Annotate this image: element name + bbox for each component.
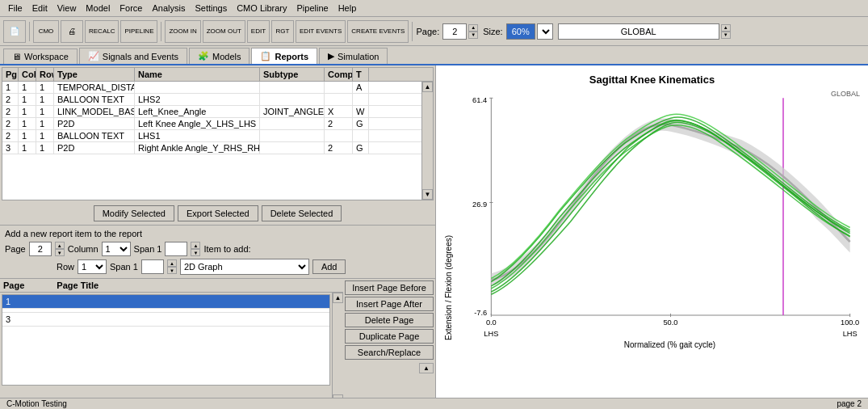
global-spinbox[interactable]: ▲ ▼ (721, 24, 731, 39)
add-row-1: Page ▲ ▼ Column 123 Span 1 ▲ ▼ Item to a… (5, 242, 430, 256)
toolbar-edit-events-btn[interactable]: EDIT EVENTS (296, 20, 346, 43)
span2-spinbox[interactable]: ▲ ▼ (167, 259, 177, 274)
footer: C-Motion Testing page 2 (0, 398, 868, 409)
table-row[interactable]: 3 1 1 P2D Right Ankle Angle_Y_RHS_RHS 2 … (2, 142, 421, 154)
span1-input[interactable] (165, 242, 187, 256)
pages-body: 1 3 (2, 294, 330, 386)
menu-edit[interactable]: Edit (27, 2, 52, 15)
menu-help[interactable]: Help (333, 2, 362, 15)
menu-pipeline[interactable]: Pipeline (292, 2, 333, 15)
page-add-spin-down[interactable]: ▼ (55, 249, 65, 256)
toolbar-recalc-btn[interactable]: RECALC (85, 20, 119, 43)
toolbar-print-btn[interactable]: 🖨 (61, 20, 83, 43)
cell-type: TEMPORAL_DISTA... (54, 82, 135, 93)
col-row: Row (36, 68, 54, 81)
toolbar-rgt-btn[interactable]: RGT (271, 20, 294, 43)
cell-row: 1 (36, 94, 54, 105)
scroll-down-btn[interactable]: ▼ (422, 189, 433, 200)
insert-page-before-btn[interactable]: Insert Page Before (345, 280, 434, 295)
menu-force[interactable]: Force (115, 2, 147, 15)
pages-col-title: Page Title (57, 280, 99, 290)
page-add-input[interactable] (29, 242, 52, 256)
page-spinbox[interactable]: ▲ ▼ (468, 24, 478, 39)
global-spin-down[interactable]: ▼ (721, 32, 731, 39)
page-num: 1 (6, 297, 10, 306)
svg-text:26.9: 26.9 (472, 200, 487, 209)
add-item-btn[interactable]: Add (312, 259, 346, 274)
span2-spin-down[interactable]: ▼ (167, 267, 177, 274)
tab-models[interactable]: 🧩 Models (189, 48, 249, 64)
table-header: Pg Col Row Type Name Subtype Comp T (2, 68, 433, 82)
insert-page-after-btn[interactable]: Insert Page After (345, 297, 434, 311)
tab-reports[interactable]: 📋 Reports (251, 48, 317, 64)
toolbar-cmo-btn[interactable]: CMO (33, 20, 59, 43)
global-input[interactable] (558, 23, 719, 40)
toolbar: 📄 CMO 🖨 RECALC PIPELINE ZOOM IN ZOOM OUT… (0, 17, 868, 46)
tab-simulation[interactable]: ▶ Simulation (319, 48, 388, 64)
cell-subtype (260, 142, 325, 154)
menu-model[interactable]: Model (81, 2, 115, 15)
page-add-spinbox[interactable]: ▲ ▼ (55, 242, 65, 256)
page-list-item[interactable]: 3 (2, 313, 329, 327)
duplicate-page-btn[interactable]: Duplicate Page (345, 329, 434, 344)
span2-input[interactable] (141, 259, 164, 274)
menubar: File Edit View Model Force Analysis Sett… (0, 0, 868, 17)
scroll-up-btn[interactable]: ▲ (422, 82, 433, 92)
toolbar-new-btn[interactable]: 📄 (3, 20, 26, 43)
tab-workspace[interactable]: 🖥 Workspace (3, 48, 78, 64)
col-t: T (353, 68, 369, 81)
cell-name: LHS2 (135, 94, 260, 105)
table-row[interactable]: 2 1 1 BALLOON TEXT LHS2 (2, 94, 421, 106)
toolbar-zoom-out-btn[interactable]: ZOOM OUT (203, 20, 245, 43)
row-select[interactable]: 123 (78, 259, 107, 274)
span2-spin-up[interactable]: ▲ (167, 259, 177, 267)
svg-text:50.0: 50.0 (663, 318, 677, 327)
reports-icon: 📋 (260, 51, 271, 61)
menu-analysis[interactable]: Analysis (147, 2, 190, 15)
span1-spinbox[interactable]: ▲ ▼ (191, 242, 200, 256)
toolbar-sep-1 (29, 22, 30, 41)
toolbar-edit-btn[interactable]: EDIT (247, 20, 270, 43)
table-row[interactable]: 1 1 1 TEMPORAL_DISTA... A (2, 82, 421, 94)
toolbar-pipeline-btn[interactable]: PIPELINE (120, 20, 157, 43)
toolbar-zoom-in-btn[interactable]: ZOOM IN (165, 20, 200, 43)
toolbar-create-events-btn[interactable]: CREATE EVENTS (347, 20, 409, 43)
table-body: 1 1 1 TEMPORAL_DISTA... A 2 1 1 BALLOON … (2, 82, 421, 182)
size-select[interactable] (537, 23, 553, 40)
cell-type: BALLOON TEXT (54, 94, 135, 105)
page-input[interactable] (442, 23, 467, 40)
col-pg: Pg (2, 68, 19, 81)
pages-side-scroll-up[interactable]: ▲ (419, 363, 434, 373)
cell-comp: 2 (325, 142, 353, 154)
table-row[interactable]: 2 1 1 BALLOON TEXT LHS1 (2, 130, 421, 142)
pages-scroll-up[interactable]: ▲ (333, 293, 343, 303)
page-add-spin-up[interactable]: ▲ (55, 242, 65, 249)
export-selected-btn[interactable]: Export Selected (178, 205, 258, 221)
tab-signals[interactable]: 📈 Signals and Events (79, 48, 187, 64)
menu-file[interactable]: File (3, 2, 27, 15)
page-spin-up[interactable]: ▲ (468, 24, 478, 32)
menu-settings[interactable]: Settings (190, 2, 232, 15)
pages-col-page: Page (3, 280, 24, 290)
delete-page-btn[interactable]: Delete Page (345, 313, 434, 327)
delete-selected-btn[interactable]: Delete Selected (262, 205, 342, 221)
modify-selected-btn[interactable]: Modify Selected (94, 205, 174, 221)
page-label: Page: (416, 27, 439, 36)
table-row[interactable]: 2 1 1 P2D Left Knee Angle_X_LHS_LHS 2 G (2, 118, 421, 130)
item-type-select[interactable]: 2D Graph Table Text Image (180, 259, 309, 275)
page-list-item[interactable]: 1 (2, 295, 329, 309)
table-row[interactable]: 2 1 1 LINK_MODEL_BAS... Left_Knee_Angle … (2, 106, 421, 118)
page-num: 3 (6, 314, 10, 324)
size-input[interactable] (506, 23, 535, 40)
span1-spin-down[interactable]: ▼ (191, 249, 200, 256)
search-replace-btn[interactable]: Search/Replace (345, 345, 434, 360)
column-select[interactable]: 123 (102, 242, 131, 256)
col-subtype: Subtype (260, 68, 325, 81)
page-spin-down[interactable]: ▼ (468, 32, 478, 39)
span1-spin-up[interactable]: ▲ (191, 242, 200, 249)
chart-title: Sagittal Knee Kinematics (444, 74, 860, 86)
global-spin-up[interactable]: ▲ (721, 24, 731, 32)
menu-view[interactable]: View (52, 2, 82, 15)
menu-cmo-library[interactable]: CMO Library (232, 2, 291, 15)
tab-workspace-label: Workspace (24, 52, 69, 61)
